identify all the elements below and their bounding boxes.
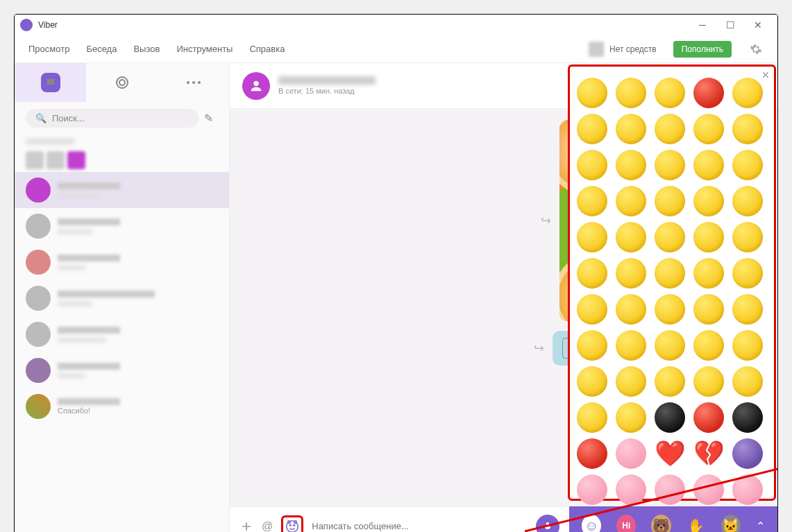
message-input[interactable] [312,521,528,531]
emoji-item[interactable] [577,294,607,325]
menu-tools[interactable]: Инструменты [176,44,233,54]
emoji-item[interactable] [693,150,724,180]
emoji-item[interactable] [655,474,685,505]
emoji-item[interactable] [616,258,646,289]
emoji-item[interactable] [616,78,646,108]
sticker-pack-bear-icon[interactable]: 🐻 [651,515,671,532]
emoji-item[interactable] [655,78,685,108]
emoji-item[interactable] [732,222,763,252]
forward-icon[interactable]: ↪ [534,341,544,356]
menu-help[interactable]: Справка [249,44,285,54]
topup-button[interactable]: Пополнить [673,41,732,58]
emoji-item[interactable] [732,294,763,325]
contact-item[interactable] [15,352,229,388]
emoji-item[interactable] [732,366,763,397]
emoji-item[interactable] [616,438,646,469]
emoji-item[interactable] [577,474,607,505]
avatar-icon [26,214,51,239]
tab-more[interactable] [158,63,229,102]
emoji-item[interactable] [732,78,763,108]
emoji-item[interactable] [577,258,607,289]
emoji-item[interactable] [616,474,646,505]
sticker-pack-cat-icon[interactable]: 🐱 [721,515,741,532]
emoji-item[interactable] [577,222,607,252]
attach-plus-icon[interactable] [239,520,253,533]
search-placeholder: Поиск... [52,113,85,123]
emoji-item[interactable] [655,114,685,144]
emoji-item[interactable] [693,294,724,325]
contact-item[interactable] [15,280,229,316]
emoji-tab[interactable]: ☺ [582,515,601,532]
contact-item[interactable] [15,244,229,280]
emoji-item[interactable] [732,330,763,361]
emoji-item[interactable] [732,474,763,505]
emoji-item[interactable] [616,330,646,361]
emoji-item[interactable] [732,438,763,469]
maximize-button[interactable]: ☐ [716,15,744,35]
tab-calls[interactable] [86,63,158,102]
emoji-item[interactable] [732,150,763,180]
emoji-item[interactable] [577,438,607,469]
emoji-item[interactable] [693,474,724,505]
sticker-pack-hi-icon[interactable]: Hi [616,515,636,532]
emoji-item[interactable] [616,402,646,433]
emoji-item[interactable] [655,258,685,289]
emoji-grid: ❤️💔 [577,78,767,505]
forward-icon[interactable]: ↪ [541,213,551,228]
emoji-item[interactable] [732,258,763,289]
emoji-item[interactable] [655,294,685,325]
emoji-item[interactable] [577,330,607,361]
settings-gear-icon[interactable] [748,42,764,57]
minimize-button[interactable]: ─ [689,15,716,35]
emoji-item[interactable] [616,294,646,325]
emoji-item[interactable] [577,114,607,144]
emoji-item[interactable] [655,222,685,252]
contact-list: Спасибо! [15,135,229,532]
emoji-item[interactable] [577,366,607,397]
menu-view[interactable]: Просмотр [28,44,69,54]
emoji-item[interactable] [693,114,724,144]
emoji-item[interactable] [577,402,607,433]
emoji-item[interactable] [732,402,763,433]
contact-item[interactable]: Спасибо! [15,388,229,424]
mention-icon[interactable]: @ [262,520,273,533]
emoji-item[interactable] [693,78,724,108]
menu-call[interactable]: Вызов [133,44,160,54]
emoji-item[interactable] [655,150,685,180]
emoji-item[interactable] [616,114,646,144]
emoji-item[interactable] [693,222,724,252]
expand-icon[interactable]: ⌃ [756,520,765,533]
emoji-item[interactable] [616,150,646,180]
emoji-item[interactable] [693,366,724,397]
emoji-item[interactable] [655,402,685,433]
contact-item[interactable] [15,316,229,352]
emoji-item[interactable] [693,258,724,289]
contact-item[interactable] [15,208,229,244]
mic-button[interactable] [536,515,559,533]
emoji-item[interactable] [577,150,607,180]
tab-chats[interactable] [15,63,86,102]
compose-icon[interactable]: ✎ [204,112,218,126]
emoji-item[interactable] [577,186,607,216]
emoji-item[interactable] [655,186,685,216]
emoji-item[interactable]: ❤️ [655,438,685,469]
emoji-item[interactable] [693,402,724,433]
emoji-item[interactable] [616,366,646,397]
menu-chat[interactable]: Беседа [86,44,117,54]
emoji-item[interactable] [732,114,763,144]
emoji-item[interactable] [655,366,685,397]
emoji-item[interactable]: 💔 [693,438,724,469]
emoji-item[interactable] [693,330,724,361]
close-panel-icon[interactable]: ✕ [761,69,770,80]
search-input[interactable]: 🔍 Поиск... [26,109,199,128]
emoji-item[interactable] [693,186,724,216]
emoji-item[interactable] [655,330,685,361]
emoji-item[interactable] [732,186,763,216]
sticker-pack-hand-icon[interactable]: ✋ [686,515,706,532]
close-button[interactable]: ✕ [744,15,772,35]
emoji-item[interactable] [616,186,646,216]
emoji-item[interactable] [616,222,646,252]
emoji-item[interactable] [577,78,607,108]
sticker-button[interactable] [281,515,303,533]
contact-item[interactable] [15,172,229,208]
